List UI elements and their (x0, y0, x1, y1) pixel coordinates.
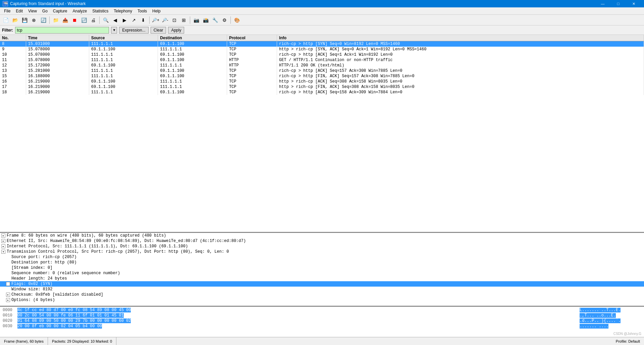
detail-row[interactable]: ▸Internet Protocol, Src: 111.1.1.1 (111.… (0, 244, 644, 249)
filter-bar: Filter: ▼ Expression... Clear Apply (0, 26, 644, 35)
toolbar-next-btn[interactable]: ▶ (120, 16, 129, 24)
packet-list-container[interactable]: No. Time Source Destination Protocol Inf… (0, 35, 644, 233)
packet-table-header: No. Time Source Destination Protocol Inf… (0, 35, 644, 41)
toolbar-print-btn[interactable]: 🖨 (89, 16, 98, 24)
detail-row[interactable]: Source port: rich-cp (2057) (0, 254, 644, 260)
table-row[interactable]: 1616.21900069.1.1.100111.1.1.1TCPhttp > … (0, 79, 644, 84)
menu-tools[interactable]: Tools (135, 8, 150, 14)
table-cell-info: rich-cp > http [ACK] Seq=158 Ack=309 Win… (277, 90, 644, 95)
detail-row[interactable]: [Stream index: 0] (0, 265, 644, 270)
toolbar-zoom-norm-btn[interactable]: ⊡ (170, 16, 179, 24)
menu-go[interactable]: Go (40, 8, 50, 14)
maximize-button[interactable]: □ (610, 0, 626, 7)
detail-row[interactable]: ▸Flags: 0x02 (SYN) (0, 281, 644, 287)
col-source[interactable]: Source (89, 35, 158, 41)
toolbar-stop-btn[interactable]: ⏹ (70, 16, 79, 24)
toolbar-save-btn[interactable]: 💾 (20, 16, 29, 24)
toolbar-close-btn[interactable]: ⊗ (30, 16, 38, 24)
toolbar-colorize-btn[interactable]: 🎨 (232, 16, 241, 24)
expand-icon[interactable]: ▸ (6, 282, 10, 286)
clear-button[interactable]: Clear (151, 27, 166, 34)
table-row[interactable]: 1115.078000111.1.1.169.1.1.100HTTPGET / … (0, 57, 644, 63)
table-cell-proto: TCP (227, 52, 277, 57)
toolbar-jump-btn[interactable]: ↗ (129, 16, 138, 24)
menu-analyze[interactable]: Analyze (70, 8, 90, 14)
col-protocol[interactable]: Protocol (227, 35, 277, 41)
menu-edit[interactable]: Edit (13, 8, 25, 14)
table-cell-no: 11 (0, 57, 26, 63)
hex-row: 001000 2c 00 54 00 00 fe 06 11 6f 01 01 … (3, 313, 574, 318)
table-row[interactable]: 1716.21900069.1.1.100111.1.1.1TCPhttp > … (0, 84, 644, 90)
toolbar-cap1-btn[interactable]: 📷 (192, 16, 201, 24)
expression-button[interactable]: Expression... (119, 27, 148, 34)
table-row[interactable]: 1215.17200069.1.1.100111.1.1.1HTTPHTTP/1… (0, 63, 644, 68)
expand-icon[interactable]: ▸ (1, 244, 5, 248)
detail-row[interactable]: Header length: 24 bytes (0, 276, 644, 281)
detail-row[interactable]: Window size: 8192 (0, 287, 644, 292)
expand-icon[interactable]: ▸ (1, 234, 5, 238)
toolbar-down-btn[interactable]: ⬇ (139, 16, 148, 24)
menu-capture[interactable]: Capture (50, 8, 70, 14)
packet-tbody: 815.031000111.1.1.169.1.1.100TCPrich-cp … (0, 41, 644, 95)
toolbar-find-btn[interactable]: 🔍 (101, 16, 110, 24)
menu-view[interactable]: View (25, 8, 40, 14)
table-cell-dst: 111.1.1.1 (158, 84, 227, 90)
detail-row[interactable]: ▸Ethernet II, Src: HuaweiTe_08:54:89 (00… (0, 238, 644, 244)
hex-pane: 00004c 1f cc ed 80 d7 00 e0 fc 08 54 89 … (0, 307, 644, 337)
table-row[interactable]: 815.031000111.1.1.169.1.1.100TCPrich-cp … (0, 41, 644, 47)
toolbar-new-btn[interactable]: 📄 (1, 16, 10, 24)
table-row[interactable]: 1816.219000111.1.1.169.1.1.100TCPrich-cp… (0, 90, 644, 95)
close-button[interactable]: ✕ (626, 0, 641, 7)
expand-icon[interactable]: ▸ (6, 293, 10, 297)
table-cell-time: 16.219000 (26, 84, 89, 90)
toolbar-cap4-btn[interactable]: ⚙ (220, 16, 229, 24)
filter-label: Filter: (2, 28, 13, 33)
filter-dropdown-btn[interactable]: ▼ (111, 27, 117, 34)
detail-row[interactable]: ▾Transmission Control Protocol, Src Port… (0, 249, 644, 254)
status-frame: Frame (frame), 60 bytes (0, 337, 48, 345)
table-row[interactable]: 915.07800069.1.1.100111.1.1.1TCPhttp > r… (0, 47, 644, 52)
col-info[interactable]: Info (277, 35, 644, 41)
toolbar-cap2-btn[interactable]: 📸 (201, 16, 210, 24)
table-cell-dst: 69.1.1.100 (158, 90, 227, 95)
table-cell-info: http > rich-cp [SYN, ACK] Seq=0 Ack=1 Wi… (277, 47, 644, 52)
minimize-button[interactable]: — (595, 0, 610, 7)
menu-statistics[interactable]: Statistics (90, 8, 111, 14)
detail-row[interactable]: ▸Checksum: 0x8feb [validation disabled] (0, 292, 644, 297)
col-no[interactable]: No. (0, 35, 26, 41)
menu-file[interactable]: File (1, 8, 13, 14)
expand-icon[interactable]: ▸ (1, 239, 5, 243)
table-row[interactable]: 1315.281000111.1.1.169.1.1.100TCPrich-cp… (0, 68, 644, 73)
detail-row[interactable]: Sequence number: 0 (relative sequence nu… (0, 270, 644, 276)
table-cell-proto: TCP (227, 73, 277, 79)
apply-button[interactable]: Apply (168, 27, 184, 34)
toolbar-export-btn[interactable]: 📤 (61, 16, 69, 24)
toolbar-sep-3 (149, 16, 150, 24)
toolbar-resize-btn[interactable]: ⊞ (179, 16, 188, 24)
expand-icon[interactable]: ▾ (1, 250, 5, 254)
status-profile: Profile: Default (612, 337, 644, 345)
menu-telephony[interactable]: Telephony (111, 8, 135, 14)
col-time[interactable]: Time (26, 35, 89, 41)
col-destination[interactable]: Destination (158, 35, 227, 41)
toolbar: 📄 📂 💾 ⊗ 🔄 📁 📤 ⏹ 🔃 🖨 🔍 ◀ ▶ ↗ ⬇ 🔎+ 🔎- ⊡ ⊞ … (0, 15, 644, 26)
table-row[interactable]: 1516.188000111.1.1.169.1.1.100TCPrich-cp… (0, 73, 644, 79)
expand-icon[interactable]: ▸ (6, 298, 10, 302)
toolbar-zoom-out-btn[interactable]: 🔎- (161, 16, 169, 24)
toolbar-prev-btn[interactable]: ◀ (111, 16, 119, 24)
filter-input[interactable] (15, 27, 109, 34)
toolbar-reload-btn[interactable]: 🔄 (39, 16, 48, 24)
toolbar-open-btn[interactable]: 📂 (11, 16, 19, 24)
detail-pane[interactable]: ▸Frame 8: 60 bytes on wire (480 bits), 6… (0, 233, 644, 307)
menu-help[interactable]: Help (150, 8, 163, 14)
detail-row[interactable]: ▸Frame 8: 60 bytes on wire (480 bits), 6… (0, 233, 644, 238)
toolbar-refresh-btn[interactable]: 🔃 (79, 16, 88, 24)
table-cell-info: http > rich-cp [ACK] Seq=308 Ack=158 Win… (277, 79, 644, 84)
toolbar-zoom-in-btn[interactable]: 🔎+ (151, 16, 160, 24)
detail-row[interactable]: ▸Options: (4 bytes) (0, 297, 644, 303)
table-cell-dst: 69.1.1.100 (158, 57, 227, 63)
detail-row[interactable]: Destination port: http (80) (0, 260, 644, 265)
table-row[interactable]: 1015.078000111.1.1.169.1.1.100TCPrich-cp… (0, 52, 644, 57)
toolbar-cap3-btn[interactable]: 🔧 (211, 16, 219, 24)
toolbar-file-btn[interactable]: 📁 (51, 16, 60, 24)
